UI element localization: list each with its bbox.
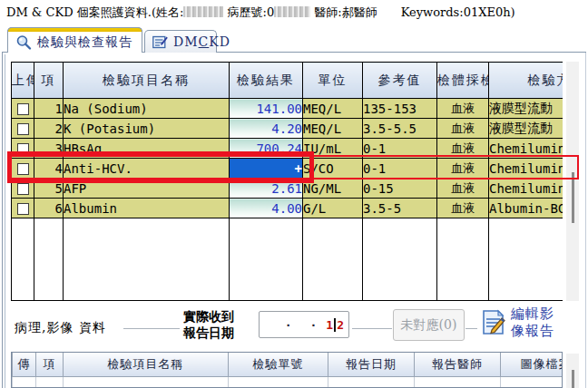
cell-result[interactable]: 141.00	[230, 99, 303, 119]
search-icon	[15, 34, 32, 51]
cell-unit[interactable]: MEQ/L	[303, 99, 363, 119]
cell-item-no[interactable]: 3	[34, 139, 64, 159]
tab-dmckd[interactable]: DMCKD	[144, 30, 217, 53]
cell-test-name[interactable]: HBsAg	[64, 139, 230, 159]
panel-border-right	[585, 53, 586, 388]
cell-method[interactable]: Chemiluminescence	[489, 179, 564, 199]
window-title: DM & CKD 個案照護資料.(姓名: 病歷號:0 醫師:郝醫師Keyword…	[6, 5, 515, 21]
edit-note-icon	[152, 35, 168, 49]
cell-item-no[interactable]: 2	[34, 119, 64, 139]
cell-reference[interactable]: 0-1	[363, 139, 437, 159]
col-header-item: 項	[36, 353, 64, 376]
cell-method[interactable]: Albumin-BCG	[489, 199, 564, 218]
cell-item-no[interactable]: 5	[34, 179, 64, 199]
panel-border-left-inner	[5, 54, 5, 388]
table-row[interactable]: 6 Albumin 4.00 G/L 3.5-5 血液 Albumin-BCG	[12, 199, 564, 218]
col-header-order-no: 檢驗單號	[229, 353, 328, 376]
col-header-reference: 參考值	[363, 63, 437, 99]
upload-checkbox[interactable]	[17, 183, 29, 195]
col-header-report-date: 報告日期	[328, 353, 415, 376]
grid-header-row: 上傳 項 檢驗項目名稱 檢驗結果 單位 參考值 檢體採檢 檢驗方法	[12, 63, 564, 99]
col-header-method: 檢驗方法	[489, 63, 564, 99]
table-row-selected[interactable]: 4 Anti-HCV. + S/CO 0-1 血液 Chemiluminesce…	[12, 159, 564, 179]
cell-test-name[interactable]: Albumin	[64, 199, 230, 218]
cell-reference[interactable]: 3.5-5	[363, 199, 437, 218]
app-window: DM & CKD 個案照護資料.(姓名: 病歷號:0 醫師:郝醫師Keyword…	[0, 0, 588, 388]
empty-grid-area	[12, 218, 564, 301]
group-divider-line	[352, 328, 392, 329]
report-date-input[interactable]: · · 1 2	[259, 311, 349, 338]
image-report-grid: 傳 項 檢驗項目名稱 檢驗單號 報告日期 報告醫師 圖像檔案名稱	[11, 352, 563, 388]
upload-checkbox[interactable]	[17, 123, 29, 135]
cell-test-name[interactable]: Anti-HCV.	[64, 159, 230, 179]
col-header-specimen: 檢體採檢	[437, 63, 489, 99]
pathology-group-label: 病理,影像 資料	[15, 320, 106, 336]
cell-specimen[interactable]: 血液	[437, 179, 489, 199]
table-row[interactable]: 1 Na (Sodium) 141.00 MEQ/L 135-153 血液 液膜…	[12, 99, 564, 119]
cell-specimen[interactable]: 血液	[437, 159, 489, 179]
cell-method[interactable]: 液膜型流動	[489, 99, 564, 119]
group-divider-line	[466, 328, 477, 329]
redacted-patient-name	[183, 6, 223, 17]
panel-border-left	[2, 53, 3, 388]
cell-result[interactable]: 4.20	[230, 119, 303, 139]
vertical-scrollbar[interactable]	[566, 62, 579, 301]
text-cursor	[334, 318, 336, 332]
cell-specimen[interactable]: 血液	[437, 139, 489, 159]
cell-result-selected[interactable]: +	[230, 159, 303, 179]
cell-specimen[interactable]: 血液	[437, 199, 489, 218]
cell-item-no[interactable]: 4	[34, 159, 64, 179]
upload-checkbox[interactable]	[17, 103, 29, 115]
lab-results-grid: 上傳 項 檢驗項目名稱 檢驗結果 單位 參考值 檢體採檢 檢驗方法 1 Na (…	[11, 62, 563, 302]
col-header-result: 檢驗結果	[230, 63, 303, 99]
cell-unit[interactable]: NG/ML	[303, 179, 363, 199]
table-row[interactable]: 3 HBsAg 700.24 IU/mL 0-1 血液 Chemilumines…	[12, 139, 564, 159]
upload-checkbox[interactable]	[17, 203, 29, 215]
cell-result[interactable]: 4.00	[230, 199, 303, 218]
tab-lab-reports-label: 檢驗與檢查報告	[37, 34, 132, 51]
cell-item-no[interactable]: 1	[34, 99, 64, 119]
cell-unit[interactable]: MEQ/L	[303, 119, 363, 139]
col-header-item: 項	[34, 63, 64, 99]
cell-reference[interactable]: 3.5-5.5	[363, 119, 437, 139]
cell-method[interactable]: Chemiluminescence	[489, 139, 564, 159]
edit-document-icon	[478, 308, 507, 337]
group-divider-line	[123, 328, 180, 329]
vertical-scrollbar[interactable]	[566, 354, 579, 388]
table-row[interactable]: 5 AFP 2.61 NG/ML 0-15 血液 Chemiluminescen…	[12, 179, 564, 199]
empty-grid-area	[13, 376, 564, 388]
cell-specimen[interactable]: 血液	[437, 99, 489, 119]
cell-result[interactable]: 700.24	[230, 139, 303, 159]
col-header-transmit: 傳	[13, 353, 36, 376]
col-header-report-doctor: 報告醫師	[415, 353, 501, 376]
cell-reference[interactable]: 0-1	[363, 159, 437, 179]
upload-checkbox[interactable]	[17, 163, 29, 175]
scrollbar-thumb[interactable]	[572, 370, 574, 388]
col-header-upload: 上傳	[12, 63, 34, 99]
cell-test-name[interactable]: K (Potasium)	[64, 119, 230, 139]
edit-image-report-label: 編輯影 像報告	[511, 306, 554, 340]
unmatched-button[interactable]: 未對應(0)	[393, 309, 465, 341]
cell-test-name[interactable]: AFP	[64, 179, 230, 199]
cell-unit[interactable]: IU/mL	[303, 139, 363, 159]
table-row[interactable]: 2 K (Potasium) 4.20 MEQ/L 3.5-5.5 血液 液膜型…	[12, 119, 564, 139]
cell-unit[interactable]: G/L	[303, 199, 363, 218]
scrollbar-thumb[interactable]	[572, 172, 574, 223]
cell-method[interactable]: Chemiluminescence	[489, 159, 564, 179]
cell-test-name[interactable]: Na (Sodium)	[64, 99, 230, 119]
cell-specimen[interactable]: 血液	[437, 119, 489, 139]
active-tab-highlight	[7, 27, 142, 32]
edit-image-report-button[interactable]: 編輯影 像報告	[478, 306, 554, 340]
upload-checkbox[interactable]	[17, 143, 29, 155]
cell-method[interactable]: 液膜型流動	[489, 119, 564, 139]
cell-result[interactable]: 2.61	[230, 179, 303, 199]
cell-item-no[interactable]: 6	[34, 199, 64, 218]
tab-dmckd-label: DMCKD	[173, 34, 230, 49]
cell-reference[interactable]: 0-15	[363, 179, 437, 199]
cell-reference[interactable]: 135-153	[363, 99, 437, 119]
cell-unit[interactable]: S/CO	[303, 159, 363, 179]
received-date-label: 實際收到 報告日期	[183, 308, 234, 341]
col-header-unit: 單位	[303, 63, 363, 99]
redacted-chart-number	[274, 6, 310, 17]
tab-lab-reports[interactable]: 檢驗與檢查報告	[7, 27, 142, 53]
